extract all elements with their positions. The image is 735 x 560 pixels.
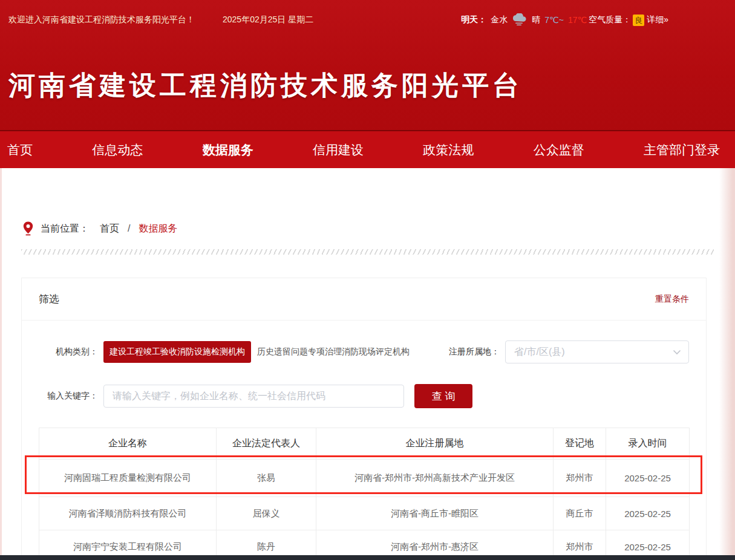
filter-panel-header: 筛选 重置条件 xyxy=(22,278,706,321)
breadcrumb-current[interactable]: 数据服务 xyxy=(139,223,177,235)
region-filter-group: 注册所属地： 省/市/区(县) xyxy=(449,340,689,363)
map-pin-icon xyxy=(23,221,33,236)
cell-region: 河南省-商丘市-睢阳区 xyxy=(316,497,554,530)
welcome-text: 欢迎进入河南省建设工程消防技术服务阳光平台！ xyxy=(8,15,195,25)
date-text: 2025年02月25日 星期二 xyxy=(223,15,313,25)
weather-condition: 晴 xyxy=(532,15,540,25)
region-label: 注册所属地： xyxy=(449,347,500,357)
site-header: 欢迎进入河南省建设工程消防技术服务阳光平台！ 2025年02月25日 星期二 明… xyxy=(0,0,735,130)
weather-widget: 明天： 金水 晴 7℃~ 17℃ 空气质量： 良 详细» xyxy=(461,13,668,27)
column-header: 企业名称 xyxy=(39,428,217,460)
filter-title: 筛选 xyxy=(39,292,59,306)
region-select-placeholder: 省/市/区(县) xyxy=(514,346,565,359)
breadcrumb-label: 当前位置： xyxy=(41,223,89,235)
filter-row-category: 机构类别： 建设工程竣工验收消防设施检测机构 历史遗留问题专项治理消防现场评定机… xyxy=(39,340,689,363)
main-content: 当前位置： 首页 / 数据服务 筛选 重置条件 机构类别： 建设工程竣工验收消防… xyxy=(0,221,735,560)
keyword-label: 输入关键字： xyxy=(39,391,98,402)
weather-detail-link[interactable]: 详细» xyxy=(647,15,668,25)
right-edge-gradient xyxy=(719,168,735,555)
breadcrumb: 当前位置： 首页 / 数据服务 xyxy=(23,221,735,236)
search-button[interactable]: 查 询 xyxy=(414,384,472,408)
cell-legal_rep: 屈保义 xyxy=(217,497,316,530)
main-nav: 首页信息动态数据服务信用建设政策法规公众监督主管部门登录 xyxy=(0,130,735,168)
region-select[interactable]: 省/市/区(县) xyxy=(505,340,689,363)
nav-item-home[interactable]: 首页 xyxy=(7,142,33,158)
table-header-row: 企业名称企业法定代表人企业注册属地登记地录入时间 xyxy=(39,428,690,460)
category-label: 机构类别： xyxy=(39,347,98,357)
cell-name: 河南固瑞工程质量检测有限公司 xyxy=(39,460,217,497)
filter-panel-body: 机构类别： 建设工程竣工验收消防设施检测机构 历史遗留问题专项治理消防现场评定机… xyxy=(22,321,706,560)
divider-slashes xyxy=(21,249,714,255)
cloud-icon xyxy=(512,13,528,27)
cell-entry_date: 2025-02-25 xyxy=(606,497,690,530)
column-header: 企业注册属地 xyxy=(316,428,554,460)
nav-item-data-service[interactable]: 数据服务 xyxy=(203,142,253,158)
cell-reg_place: 郑州市 xyxy=(554,460,606,497)
nav-item-policy[interactable]: 政策法规 xyxy=(423,142,474,158)
keyword-input[interactable] xyxy=(103,385,404,408)
nav-item-supervision[interactable]: 公众监督 xyxy=(534,142,584,158)
table-row[interactable]: 河南省泽顺消防科技有限公司屈保义河南省-商丘市-睢阳区商丘市2025-02-25 xyxy=(39,497,690,530)
temp-low: 7℃~ xyxy=(544,15,564,25)
temp-high: 17℃ xyxy=(568,15,587,25)
left-edge-strip xyxy=(0,168,2,555)
breadcrumb-separator: / xyxy=(128,223,130,234)
bottom-dark-bar xyxy=(0,555,735,560)
results-table-wrap: 企业名称企业法定代表人企业注册属地登记地录入时间 河南固瑞工程质量检测有限公司张… xyxy=(39,428,689,560)
category-option-selected[interactable]: 建设工程竣工验收消防设施检测机构 xyxy=(103,341,251,363)
cell-name: 河南省泽顺消防科技有限公司 xyxy=(39,497,217,530)
weather-tomorrow-label: 明天： xyxy=(461,15,486,25)
breadcrumb-home[interactable]: 首页 xyxy=(100,223,119,235)
company-table: 企业名称企业法定代表人企业注册属地登记地录入时间 河南固瑞工程质量检测有限公司张… xyxy=(39,428,690,560)
column-header: 登记地 xyxy=(554,428,606,460)
cell-entry_date: 2025-02-25 xyxy=(606,460,690,497)
nav-item-credit[interactable]: 信用建设 xyxy=(313,142,364,158)
page-title: 河南省建设工程消防技术服务阳光平台 xyxy=(8,68,523,103)
aqi-label: 空气质量： xyxy=(589,15,631,25)
table-body: 河南固瑞工程质量检测有限公司张易河南省-郑州市-郑州高新技术产业开发区郑州市20… xyxy=(39,460,690,560)
aqi-badge: 良 xyxy=(633,15,644,26)
filter-panel: 筛选 重置条件 机构类别： 建设工程竣工验收消防设施检测机构 历史遗留问题专项治… xyxy=(21,278,707,560)
cell-region: 河南省-郑州市-郑州高新技术产业开发区 xyxy=(316,460,554,497)
column-header: 企业法定代表人 xyxy=(217,428,316,460)
nav-item-dept-login[interactable]: 主管部门登录 xyxy=(644,142,720,158)
table-row[interactable]: 河南固瑞工程质量检测有限公司张易河南省-郑州市-郑州高新技术产业开发区郑州市20… xyxy=(39,460,690,497)
weather-district: 金水 xyxy=(491,15,508,25)
nav-item-news[interactable]: 信息动态 xyxy=(92,142,143,158)
chevron-down-icon xyxy=(673,350,681,355)
category-option-other[interactable]: 历史遗留问题专项治理消防现场评定机构 xyxy=(257,347,410,357)
topbar: 欢迎进入河南省建设工程消防技术服务阳光平台！ 2025年02月25日 星期二 明… xyxy=(0,0,735,27)
reset-filters-link[interactable]: 重置条件 xyxy=(655,294,689,305)
column-header: 录入时间 xyxy=(606,428,690,460)
cell-reg_place: 商丘市 xyxy=(554,497,606,530)
cell-legal_rep: 张易 xyxy=(217,460,316,497)
filter-row-keyword: 输入关键字： 查 询 xyxy=(39,384,689,408)
